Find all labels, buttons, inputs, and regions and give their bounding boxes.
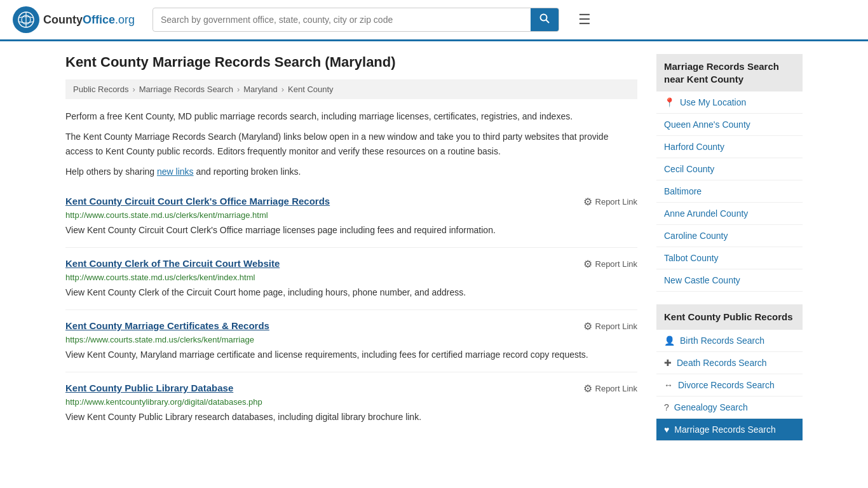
nearby-link-6[interactable]: Caroline County: [656, 225, 803, 247]
nearby-link-4[interactable]: Baltimore: [656, 180, 803, 202]
logo-text: CountyOffice.org: [43, 13, 135, 27]
nearby-label-1: Queen Anne's County: [664, 119, 750, 130]
records-item[interactable]: ↔ Divorce Records Search: [656, 374, 803, 396]
result-title-1[interactable]: Kent County Clerk of The Circuit Court W…: [65, 258, 280, 269]
report-link-label-0: Report Link: [595, 197, 637, 207]
report-link-3[interactable]: ⚙ Report Link: [583, 383, 637, 395]
svg-point-3: [541, 15, 547, 21]
nearby-link-0[interactable]: 📍Use My Location: [656, 92, 803, 113]
nearby-link-8[interactable]: New Castle County: [656, 269, 803, 291]
description-2: The Kent County Marriage Records Search …: [65, 130, 637, 158]
records-item[interactable]: ✚ Death Records Search: [656, 352, 803, 374]
page-title: Kent County Marriage Records Search (Mar…: [65, 54, 637, 71]
nearby-item[interactable]: Queen Anne's County: [656, 114, 803, 136]
sidebar: Marriage Records Search near Kent County…: [656, 54, 803, 454]
result-title-2[interactable]: Kent County Marriage Certificates & Reco…: [65, 320, 269, 331]
nearby-link-7[interactable]: Talbot County: [656, 247, 803, 269]
results-list: Kent County Circuit Court Clerk's Office…: [65, 186, 637, 434]
records-label-0: Birth Records Search: [680, 336, 764, 346]
rec-icon-3: ?: [664, 402, 669, 412]
records-section: Kent County Public Records 👤 Birth Recor…: [656, 304, 803, 441]
report-link-label-1: Report Link: [595, 259, 637, 269]
nearby-link-3[interactable]: Cecil County: [656, 158, 803, 180]
breadcrumb-sep-2: ›: [237, 85, 240, 94]
nearby-label-5: Anne Arundel County: [664, 208, 748, 219]
description-3-prefix: Help others by sharing: [65, 166, 157, 177]
description-3: Help others by sharing new links and rep…: [65, 165, 637, 179]
breadcrumb-marriage-records[interactable]: Marriage Records Search: [139, 85, 233, 94]
nearby-link-5[interactable]: Anne Arundel County: [656, 203, 803, 224]
nearby-link-1[interactable]: Queen Anne's County: [656, 114, 803, 135]
nearby-item[interactable]: New Castle County: [656, 269, 803, 292]
report-link-icon-1: ⚙: [583, 258, 592, 270]
nearby-item[interactable]: Talbot County: [656, 247, 803, 269]
pin-icon: 📍: [664, 97, 675, 107]
nearby-list: 📍Use My LocationQueen Anne's CountyHarfo…: [656, 92, 803, 292]
main-content: Kent County Marriage Records Search (Mar…: [65, 54, 637, 454]
records-link-4[interactable]: ♥ Marriage Records Search: [656, 419, 803, 440]
new-links-link[interactable]: new links: [157, 166, 194, 177]
result-title-3[interactable]: Kent County Public Library Database: [65, 383, 233, 393]
rec-icon-2: ↔: [664, 380, 673, 390]
logo-area: CountyOffice.org: [13, 6, 140, 33]
menu-icon[interactable]: ☰: [578, 11, 591, 28]
nearby-label-8: New Castle County: [664, 275, 740, 285]
result-desc-1: View Kent County Clerk of the Circuit Co…: [65, 286, 637, 299]
nearby-label-0: Use My Location: [680, 97, 746, 107]
nearby-link-2[interactable]: Harford County: [656, 136, 803, 158]
result-item: Kent County Public Library Database ⚙ Re…: [65, 372, 637, 434]
records-item[interactable]: ♥ Marriage Records Search: [656, 419, 803, 441]
breadcrumb-sep-1: ›: [132, 85, 135, 94]
result-url-1[interactable]: http://www.courts.state.md.us/clerks/ken…: [65, 273, 637, 282]
description-3-suffix: and reporting broken links.: [194, 166, 301, 177]
nearby-section: Marriage Records Search near Kent County…: [656, 54, 803, 292]
records-item[interactable]: 👤 Birth Records Search: [656, 330, 803, 352]
result-header: Kent County Public Library Database ⚙ Re…: [65, 383, 637, 395]
records-label-1: Death Records Search: [677, 358, 767, 368]
nearby-item[interactable]: Caroline County: [656, 225, 803, 247]
records-link-2[interactable]: ↔ Divorce Records Search: [656, 374, 803, 396]
search-button[interactable]: [531, 8, 559, 31]
result-url-0[interactable]: http://www.courts.state.md.us/clerks/ken…: [65, 210, 637, 220]
nearby-label-4: Baltimore: [664, 186, 702, 196]
nearby-item[interactable]: Anne Arundel County: [656, 203, 803, 225]
rec-icon-4: ♥: [664, 424, 669, 435]
report-link-icon-2: ⚙: [583, 320, 592, 332]
result-url-2[interactable]: https://www.courts.state.md.us/clerks/ke…: [65, 335, 637, 344]
breadcrumb-maryland[interactable]: Maryland: [243, 85, 277, 94]
breadcrumb-sep-3: ›: [281, 85, 284, 94]
records-link-3[interactable]: ? Genealogy Search: [656, 396, 803, 418]
result-desc-3: View Kent County Public Library research…: [65, 410, 637, 424]
report-link-2[interactable]: ⚙ Report Link: [583, 320, 637, 332]
nearby-label-3: Cecil County: [664, 164, 714, 174]
rec-icon-1: ✚: [664, 358, 672, 368]
result-header: Kent County Marriage Certificates & Reco…: [65, 320, 637, 332]
report-link-icon-0: ⚙: [583, 196, 592, 208]
records-title: Kent County Public Records: [656, 304, 803, 330]
nearby-label-7: Talbot County: [664, 253, 719, 263]
records-link-1[interactable]: ✚ Death Records Search: [656, 352, 803, 374]
breadcrumb-public-records[interactable]: Public Records: [73, 85, 128, 94]
search-input[interactable]: [153, 10, 531, 30]
result-desc-0: View Kent County Circuit Court Clerk's O…: [65, 224, 637, 237]
report-link-1[interactable]: ⚙ Report Link: [583, 258, 637, 270]
result-url-3[interactable]: http://www.kentcountylibrary.org/digital…: [65, 397, 637, 407]
records-label-4: Marriage Records Search: [674, 424, 776, 435]
result-item: Kent County Circuit Court Clerk's Office…: [65, 186, 637, 248]
nearby-item[interactable]: Harford County: [656, 136, 803, 158]
nearby-item[interactable]: Cecil County: [656, 158, 803, 180]
nearby-title: Marriage Records Search near Kent County: [656, 54, 803, 92]
result-desc-2: View Kent County, Maryland marriage cert…: [65, 348, 637, 362]
records-item[interactable]: ? Genealogy Search: [656, 396, 803, 419]
result-title-0[interactable]: Kent County Circuit Court Clerk's Office…: [65, 196, 330, 207]
report-link-icon-3: ⚙: [583, 383, 592, 395]
result-header: Kent County Circuit Court Clerk's Office…: [65, 196, 637, 208]
result-item: Kent County Marriage Certificates & Reco…: [65, 310, 637, 372]
records-link-0[interactable]: 👤 Birth Records Search: [656, 330, 803, 351]
report-link-0[interactable]: ⚙ Report Link: [583, 196, 637, 208]
nearby-item[interactable]: 📍Use My Location: [656, 92, 803, 114]
svg-line-4: [546, 20, 550, 24]
search-bar[interactable]: [153, 8, 559, 32]
result-header: Kent County Clerk of The Circuit Court W…: [65, 258, 637, 270]
nearby-item[interactable]: Baltimore: [656, 180, 803, 203]
